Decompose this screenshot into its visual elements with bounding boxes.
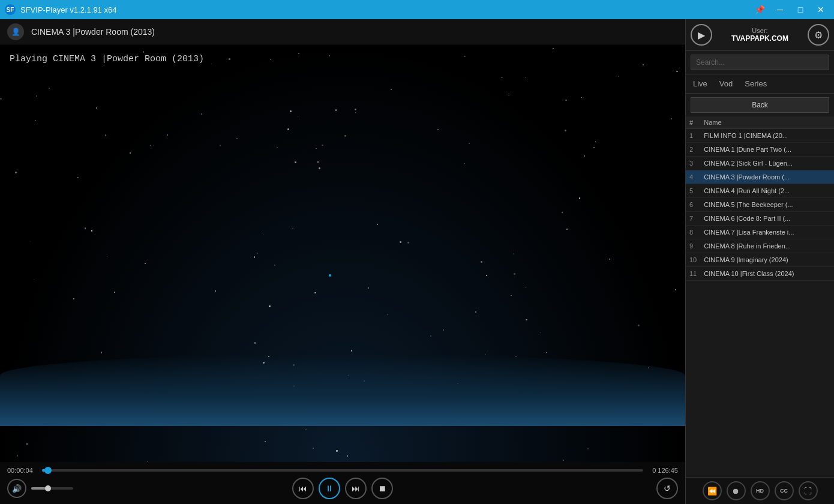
fullscreen-button[interactable]: ⛶: [799, 481, 818, 500]
channel-name: CINEMA 6 |Code 8: Part II (...: [700, 212, 834, 226]
channel-list: # Name 1 FILM INFO 1 |CINEMA (20...2 CIN…: [686, 116, 834, 477]
channel-table: # Name 1 FILM INFO 1 |CINEMA (20...2 CIN…: [686, 116, 834, 281]
pause-button[interactable]: ⏸: [319, 478, 340, 499]
channel-num: 4: [686, 170, 700, 184]
col-num: #: [686, 116, 700, 129]
channel-name: CINEMA 1 |Dune Part Two (...: [700, 143, 834, 157]
search-input[interactable]: [691, 55, 829, 70]
channel-name: CINEMA 4 |Run All Night (2...: [700, 184, 834, 198]
next-button[interactable]: ⏭: [345, 478, 367, 499]
close-button[interactable]: ✕: [812, 3, 829, 16]
earth-horizon: [0, 354, 685, 426]
panel-play-button[interactable]: ▶: [691, 24, 712, 46]
playing-text: Playing CINEMA 3 |Powder Room (2013): [10, 54, 204, 64]
channel-name: CINEMA 9 |Imaginary (2024): [700, 253, 834, 267]
maximize-button[interactable]: □: [792, 3, 809, 16]
replay-button[interactable]: ↺: [656, 478, 678, 499]
channel-num: 5: [686, 184, 700, 198]
channel-name: CINEMA 7 |Lisa Frankenste i...: [700, 226, 834, 239]
table-row[interactable]: 8 CINEMA 7 |Lisa Frankenste i...: [686, 226, 834, 239]
volume-button[interactable]: 🔊: [7, 479, 26, 498]
pin-button[interactable]: 📌: [751, 3, 768, 16]
tab-live[interactable]: Live: [691, 78, 710, 89]
progress-bar[interactable]: [42, 469, 643, 472]
table-row[interactable]: 11 CINEMA 10 |First Class (2024): [686, 267, 834, 281]
channel-num: 3: [686, 157, 700, 170]
tab-vod[interactable]: Vod: [717, 78, 735, 89]
player-area: 👤 CINEMA 3 |Powder Room (2013) Playing C…: [0, 19, 685, 504]
channel-num: 2: [686, 143, 700, 157]
channel-num: 1: [686, 129, 700, 143]
table-row[interactable]: 9 CINEMA 8 |Ruhe in Frieden...: [686, 239, 834, 253]
panel-user-label: User:: [717, 27, 803, 34]
title-bar: SF SFVIP-Player v1.2.1.91 x64 📌 ─ □ ✕: [0, 0, 834, 19]
volume-handle[interactable]: [45, 485, 51, 491]
channel-name: FILM INFO 1 |CINEMA (20...: [700, 129, 834, 143]
channel-num: 8: [686, 226, 700, 239]
prev-button[interactable]: ⏮: [292, 478, 314, 499]
rewind-button[interactable]: ⏪: [703, 481, 722, 500]
player-header: 👤 CINEMA 3 |Powder Room (2013): [0, 19, 685, 44]
record-button[interactable]: ⏺: [727, 481, 746, 500]
nav-tabs: Live Vod Series: [686, 74, 834, 94]
channel-num: 9: [686, 239, 700, 253]
table-row[interactable]: 4 CINEMA 3 |Powder Room (...: [686, 170, 834, 184]
bottom-panel: ⏪ ⏺ HD CC ⛶: [686, 477, 834, 504]
minimize-button[interactable]: ─: [772, 3, 788, 16]
panel-user-value: TVAPPAPK.COM: [717, 34, 803, 43]
table-row[interactable]: 10 CINEMA 9 |Imaginary (2024): [686, 253, 834, 267]
tab-series[interactable]: Series: [742, 78, 769, 89]
channel-name: CINEMA 8 |Ruhe in Frieden...: [700, 239, 834, 253]
player-title: CINEMA 3 |Powder Room (2013): [31, 27, 155, 37]
channel-name: CINEMA 3 |Powder Room (...: [700, 170, 834, 184]
channel-name: CINEMA 10 |First Class (2024): [700, 267, 834, 281]
user-icon: 👤: [11, 28, 20, 36]
col-name: Name: [700, 116, 834, 129]
channel-num: 7: [686, 212, 700, 226]
video-area: Playing CINEMA 3 |Powder Room (2013): [0, 44, 685, 462]
back-button[interactable]: Back: [691, 97, 829, 113]
channel-tbody: 1 FILM INFO 1 |CINEMA (20...2 CINEMA 1 |…: [686, 129, 834, 281]
app-icon: SF: [5, 4, 16, 15]
table-row[interactable]: 3 CINEMA 2 |Sick Girl - Lügen...: [686, 157, 834, 170]
volume-bar[interactable]: [31, 487, 73, 490]
time-current: 00:00:04: [7, 467, 37, 474]
buttons-row: 🔊 ⏮ ⏸ ⏭ ⏹ ↺: [7, 478, 678, 499]
panel-user-info: User: TVAPPAPK.COM: [717, 27, 803, 43]
controls-bar: 00:00:04 0 126:45 🔊 ⏮ ⏸: [0, 462, 685, 504]
right-controls: ↺: [656, 478, 678, 499]
search-bar: [686, 51, 834, 74]
center-controls: ⏮ ⏸ ⏭ ⏹: [292, 478, 393, 499]
cc-button[interactable]: CC: [775, 481, 794, 500]
table-row[interactable]: 6 CINEMA 5 |The Beekeeper (...: [686, 198, 834, 212]
channel-num: 10: [686, 253, 700, 267]
player-header-icon: 👤: [7, 23, 24, 40]
hd-button[interactable]: HD: [751, 481, 770, 500]
progress-row: 00:00:04 0 126:45: [7, 467, 678, 474]
channel-name: CINEMA 5 |The Beekeeper (...: [700, 198, 834, 212]
panel-settings-button[interactable]: ⚙: [808, 24, 829, 46]
app-title: SFVIP-Player v1.2.1.91 x64: [20, 5, 746, 14]
time-total: 0 126:45: [648, 467, 678, 474]
channel-num: 6: [686, 198, 700, 212]
window-controls: 📌 ─ □ ✕: [751, 3, 829, 16]
channel-name: CINEMA 2 |Sick Girl - Lügen...: [700, 157, 834, 170]
right-panel: ▶ User: TVAPPAPK.COM ⚙ Live Vod Series B…: [685, 19, 834, 504]
progress-handle[interactable]: [44, 467, 52, 474]
channel-num: 11: [686, 267, 700, 281]
left-controls: 🔊: [7, 479, 73, 498]
content-area: 👤 CINEMA 3 |Powder Room (2013) Playing C…: [0, 19, 834, 504]
panel-header: ▶ User: TVAPPAPK.COM ⚙: [686, 19, 834, 51]
table-row[interactable]: 7 CINEMA 6 |Code 8: Part II (...: [686, 212, 834, 226]
table-row[interactable]: 1 FILM INFO 1 |CINEMA (20...: [686, 129, 834, 143]
table-row[interactable]: 2 CINEMA 1 |Dune Part Two (...: [686, 143, 834, 157]
stop-button[interactable]: ⏹: [371, 478, 393, 499]
table-row[interactable]: 5 CINEMA 4 |Run All Night (2...: [686, 184, 834, 198]
